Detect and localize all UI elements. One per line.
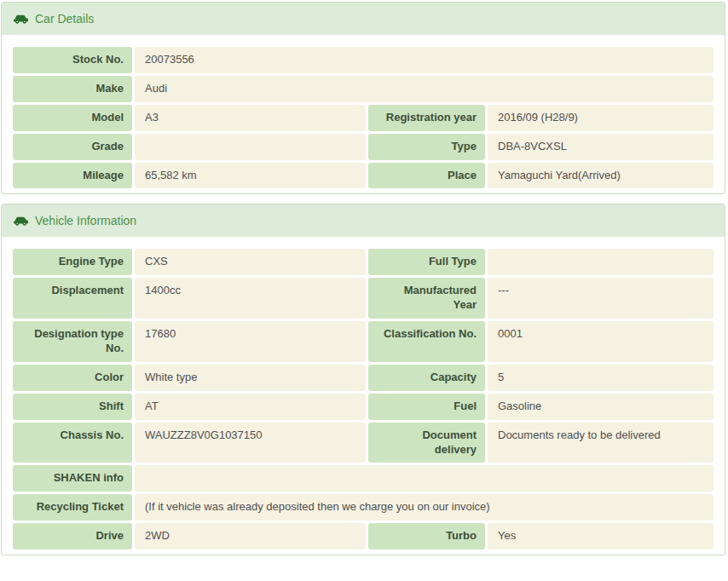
field-label: Full Type (368, 249, 485, 275)
field-label: Classification No. (368, 321, 485, 362)
table-row: Recycling Ticket(If it vehicle was alrea… (13, 494, 714, 521)
car-icon (14, 216, 28, 226)
field-label: Place (368, 163, 485, 189)
car-details-table: Stock No.20073556MakeAudiModelA3Registra… (2, 35, 725, 193)
field-label: Stock No. (13, 47, 132, 73)
field-value: 65,582 km (135, 163, 366, 189)
field-label: Drive (13, 523, 132, 549)
field-label: Registration year (368, 105, 485, 131)
field-label: Mileage (13, 163, 132, 189)
field-label: Turbo (368, 523, 485, 549)
field-value: Audi (135, 76, 714, 102)
field-label: Chassis No. (13, 423, 132, 463)
field-value: 20073556 (135, 47, 714, 73)
field-label: Type (368, 134, 485, 160)
field-label: Fuel (368, 394, 485, 420)
table-row: ColorWhite typeCapacity5 (13, 365, 714, 391)
car-details-panel: Car Details Stock No.20073556MakeAudiMod… (1, 2, 725, 194)
table-row: Chassis No.WAUZZZ8V0G1037150Document del… (13, 423, 714, 463)
field-label: Color (13, 365, 132, 391)
table-row: GradeTypeDBA-8VCXSL (13, 134, 714, 160)
field-value: 17680 (135, 321, 366, 362)
field-label: Displacement (13, 278, 132, 319)
field-value: White type (135, 365, 366, 391)
table-row: MakeAudi (13, 76, 714, 102)
field-label: Engine Type (13, 249, 132, 275)
field-value: Yamaguchi Yard(Arrived) (488, 163, 714, 189)
field-label: Designation type No. (13, 321, 132, 362)
field-value: Yes (488, 523, 714, 549)
field-label: Make (13, 76, 132, 102)
field-value: 2WD (135, 523, 366, 549)
field-value (135, 134, 366, 160)
table-row: Drive2WDTurboYes (13, 523, 714, 549)
field-value: (If it vehicle was already deposited the… (135, 494, 714, 521)
field-value: 5 (488, 365, 714, 391)
car-details-header: Car Details (2, 3, 725, 35)
vehicle-information-header: Vehicle Information (2, 204, 725, 237)
field-value: DBA-8VCXSL (488, 134, 714, 160)
field-label: Recycling Ticket (13, 494, 132, 521)
field-value (135, 465, 714, 492)
field-label: SHAKEN info (13, 465, 132, 492)
field-value: CXS (135, 249, 366, 275)
table-row: Mileage65,582 kmPlaceYamaguchi Yard(Arri… (13, 163, 714, 189)
field-value: 2016/09 (H28/9) (488, 105, 714, 131)
table-row: Stock No.20073556 (13, 47, 714, 73)
section-title: Car Details (35, 12, 94, 26)
table-row: SHAKEN info (13, 465, 714, 492)
section-title: Vehicle Information (35, 214, 136, 227)
page: Car Details Stock No.20073556MakeAudiMod… (0, 0, 726, 555)
table-row: Designation type No.17680Classification … (13, 321, 714, 362)
field-value: 0001 (488, 321, 714, 362)
vehicle-information-panel: Vehicle Information Engine TypeCXSFull T… (1, 204, 725, 555)
field-value: Documents ready to be delivered (488, 423, 714, 463)
car-icon (14, 14, 28, 24)
vehicle-information-table: Engine TypeCXSFull TypeDisplacement1400c… (2, 237, 725, 555)
field-value: --- (488, 278, 714, 319)
field-value: A3 (135, 105, 366, 131)
field-label: Model (13, 105, 132, 131)
field-label: Grade (13, 134, 132, 160)
field-value: WAUZZZ8V0G1037150 (135, 423, 366, 463)
field-value: AT (135, 394, 366, 420)
field-label: Shift (13, 394, 132, 420)
table-row: Engine TypeCXSFull Type (13, 249, 714, 275)
field-value (488, 249, 714, 275)
field-value: 1400cc (135, 278, 366, 319)
field-value: Gasoline (488, 394, 714, 420)
field-label: Manufactured Year (368, 278, 485, 319)
table-row: ModelA3Registration year2016/09 (H28/9) (13, 105, 714, 131)
table-row: Displacement1400ccManufactured Year--- (13, 278, 714, 319)
field-label: Document delivery (368, 423, 485, 463)
table-row: ShiftATFuelGasoline (13, 394, 714, 420)
field-label: Capacity (368, 365, 485, 391)
